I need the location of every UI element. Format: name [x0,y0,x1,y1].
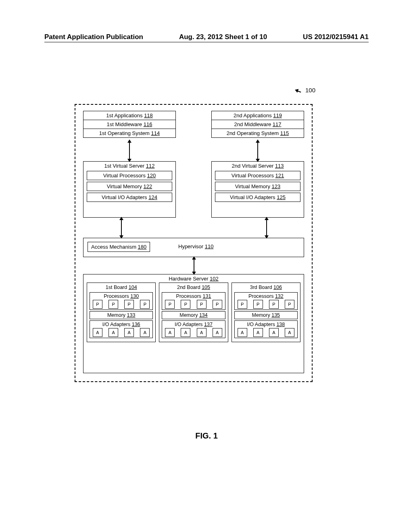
vprocessors-1: Virtual Processors 120 [87,171,172,180]
apps-2: 2nd Applications 119 [212,111,304,120]
ref-number: 100 [305,87,315,94]
adapter-chip: A [181,328,190,337]
vmemory-2: Virtual Memory 123 [215,182,300,191]
page-header: Patent Application Publication Aug. 23, … [44,33,369,41]
figure-label: FIG. 1 [0,431,413,441]
adapter-chip: A [197,328,206,337]
figure-ref-100: 100 [296,87,315,94]
boards-row: 1st Board 104 Processors 130 P P P P Mem… [83,283,304,342]
header-center: Aug. 23, 2012 Sheet 1 of 10 [143,33,303,41]
adapter-chip: A [238,328,247,337]
adapter-chip: A [140,328,150,337]
board1-io: I/O Adapters 136 A A A A [90,320,153,338]
board3-memory: Memory 135 [234,311,298,319]
board3-processors: Processors 132 P P P P [234,292,298,310]
board2-io: I/O Adapters 137 A A A A [162,320,225,338]
arrow-vserver1-hypervisor [121,219,122,236]
board3-io: I/O Adapters 138 A A A A [234,320,298,338]
virtual-server-1: 1st Virtual Server 112 Virtual Processor… [83,161,176,218]
arrow-vserver2-hypervisor [266,219,267,236]
board-3: 3rd Board 106 Processors 132 P P P P Mem… [232,283,300,342]
board2-label: 2nd Board 105 [161,284,226,291]
vmemory-1: Virtual Memory 122 [87,182,172,191]
vserver1-title: 1st Virtual Server 112 [83,162,175,170]
vio-2: Virtual I/O Adapters 125 [215,193,300,202]
virtual-server-2: 2nd Virtual Server 113 Virtual Processor… [211,161,304,218]
board3-label: 3rd Board 106 [234,284,298,291]
hypervisor-box: Access Mechanism 180 Hypervisor 110 [83,238,304,257]
board1-processors: Processors 130 P P P P [90,292,153,310]
apps-1: 1st Applications 118 [83,111,175,120]
adapter-chip: A [213,328,222,337]
hardware-server: Hardware Server 102 1st Board 104 Proces… [83,274,304,373]
processor-chip: P [253,300,263,309]
board-2: 2nd Board 105 Processors 131 P P P P Mem… [159,283,228,342]
board1-label: 1st Board 104 [89,284,154,291]
software-stack-2: 2nd Applications 119 2nd Middleware 117 … [211,111,304,138]
software-stack-1: 1st Applications 118 1st Middleware 116 … [83,111,176,138]
hardware-title: Hardware Server 102 [83,274,304,283]
adapter-chip: A [285,328,294,337]
processor-chip: P [285,300,294,309]
middleware-2: 2nd Middleware 117 [212,120,304,129]
board2-memory: Memory 134 [162,311,225,319]
patent-page: Patent Application Publication Aug. 23, … [0,0,413,532]
arrow-stack2-vserver2 [257,142,258,160]
processor-chip: P [181,300,190,309]
leader-arrow-icon [296,88,303,92]
board-1: 1st Board 104 Processors 130 P P P P Mem… [87,283,156,342]
processor-chip: P [108,300,118,309]
processor-chip: P [213,300,222,309]
adapter-chip: A [269,328,279,337]
middleware-1: 1st Middleware 116 [83,120,175,129]
processor-chip: P [93,300,102,309]
vio-1: Virtual I/O Adapters 124 [87,193,172,202]
processor-chip: P [269,300,279,309]
board1-memory: Memory 133 [90,311,153,319]
processor-chip: P [140,300,150,309]
hypervisor-label: Hypervisor 110 [178,243,213,249]
processor-chip: P [165,300,175,309]
header-right: US 2012/0215941 A1 [303,33,369,41]
processor-chip: P [124,300,134,309]
adapter-chip: A [108,328,118,337]
access-mechanism: Access Mechanism 180 [88,242,150,252]
arrow-stack1-vserver1 [129,142,130,160]
processor-chip: P [197,300,206,309]
os-2: 2nd Operating System 115 [212,129,304,137]
os-1: 1st Operating System 114 [83,129,175,137]
vprocessors-2: Virtual Processors 121 [215,171,300,180]
adapter-chip: A [253,328,263,337]
adapter-chip: A [124,328,134,337]
arrow-hypervisor-hardware [194,259,194,272]
header-left: Patent Application Publication [44,33,143,41]
header-rule [44,42,369,42]
adapter-chip: A [93,328,102,337]
board2-processors: Processors 131 P P P P [162,292,225,310]
adapter-chip: A [165,328,175,337]
vserver2-title: 2nd Virtual Server 113 [212,162,304,170]
processor-chip: P [238,300,247,309]
